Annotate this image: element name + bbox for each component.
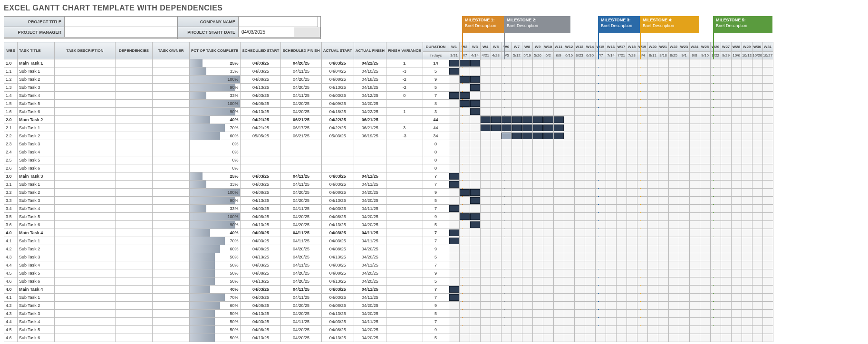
cell-as[interactable] xyxy=(321,156,354,164)
cell-var[interactable]: -2 xyxy=(386,76,423,84)
cell-var[interactable] xyxy=(386,334,423,342)
cell-title[interactable]: Main Task 1 xyxy=(18,59,55,67)
cell-dep[interactable] xyxy=(116,172,153,181)
cell-dep[interactable] xyxy=(116,277,153,286)
col-week[interactable]: W19 xyxy=(637,42,647,52)
cell-own[interactable] xyxy=(153,189,190,197)
task-row[interactable]: 4.4Sub Task 450%04/03/2504/11/2504/03/25… xyxy=(4,318,773,326)
cell-desc[interactable] xyxy=(55,197,116,205)
cell-own[interactable] xyxy=(153,318,190,326)
cell-wbs[interactable]: 1.2 xyxy=(4,76,18,84)
cell-as[interactable]: 04/08/25 xyxy=(321,269,354,277)
cell-sf[interactable]: 04/20/25 xyxy=(281,334,321,342)
cell-as[interactable]: 04/13/25 xyxy=(321,197,354,205)
cell-as[interactable]: 04/13/25 xyxy=(321,310,354,318)
cell-desc[interactable] xyxy=(55,229,116,237)
cell-title[interactable]: Sub Task 1 xyxy=(18,124,55,132)
col-week[interactable]: W2 xyxy=(459,42,470,52)
cell-own[interactable] xyxy=(153,294,190,302)
cell-own[interactable] xyxy=(153,310,190,318)
cell-as[interactable]: 04/22/25 xyxy=(321,124,354,132)
cell-pct[interactable]: 90% xyxy=(190,84,241,92)
cell-own[interactable] xyxy=(153,237,190,245)
cell-var[interactable] xyxy=(386,245,423,253)
cell-wbs[interactable]: 2.2 xyxy=(4,132,18,140)
cell-dep[interactable] xyxy=(116,213,153,221)
cell-dep[interactable] xyxy=(116,326,153,334)
cell-af[interactable]: 04/11/25 xyxy=(354,286,386,294)
cell-wbs[interactable]: 4.4 xyxy=(4,261,18,269)
cell-af[interactable]: 04/11/25 xyxy=(354,205,386,213)
cell-as[interactable]: 04/03/25 xyxy=(321,205,354,213)
cell-title[interactable]: Sub Task 5 xyxy=(18,100,55,108)
cell-own[interactable] xyxy=(153,326,190,334)
cell-pct[interactable]: 60% xyxy=(190,302,241,310)
cell-var[interactable] xyxy=(386,286,423,294)
col-pct[interactable]: PCT OF TASK COMPLETE xyxy=(190,42,241,59)
task-row[interactable]: 3.2Sub Task 2100%04/08/2504/20/2504/08/2… xyxy=(4,189,773,197)
cell-as[interactable]: 04/13/25 xyxy=(321,334,354,342)
cell-pct[interactable]: 50% xyxy=(190,277,241,286)
cell-wbs[interactable]: 1.5 xyxy=(4,100,18,108)
cell-dur[interactable]: 9 xyxy=(423,302,449,310)
cell-dur[interactable]: 8 xyxy=(423,100,449,108)
cell-desc[interactable] xyxy=(55,286,116,294)
cell-title[interactable]: Sub Task 4 xyxy=(18,205,55,213)
cell-desc[interactable] xyxy=(55,116,116,124)
cell-af[interactable]: 04/22/25 xyxy=(354,108,386,116)
cell-own[interactable] xyxy=(153,205,190,213)
cell-var[interactable] xyxy=(386,302,423,310)
cell-var[interactable] xyxy=(386,189,423,197)
col-week[interactable]: W16 xyxy=(606,42,616,52)
cell-dur[interactable]: 34 xyxy=(423,132,449,140)
cell-desc[interactable] xyxy=(55,326,116,334)
col-sf[interactable]: SCHEDULED FINISH xyxy=(281,42,321,59)
cell-ss[interactable]: 04/03/25 xyxy=(241,318,281,326)
cell-pct[interactable]: 33% xyxy=(190,181,241,189)
col-week[interactable]: W4 xyxy=(480,42,491,52)
cell-as[interactable]: 04/22/25 xyxy=(321,116,354,124)
cell-sf[interactable]: 04/20/25 xyxy=(281,269,321,277)
cell-var[interactable] xyxy=(386,326,423,334)
cell-title[interactable]: Sub Task 5 xyxy=(18,326,55,334)
cell-own[interactable] xyxy=(153,67,190,76)
cell-desc[interactable] xyxy=(55,164,116,172)
cell-as[interactable]: 04/08/25 xyxy=(321,245,354,253)
cell-var[interactable] xyxy=(386,148,423,156)
cell-wbs[interactable]: 3.2 xyxy=(4,189,18,197)
col-week[interactable]: W11 xyxy=(553,42,564,52)
cell-title[interactable]: Sub Task 1 xyxy=(18,237,55,245)
cell-dur[interactable]: 9 xyxy=(423,326,449,334)
cell-pct[interactable]: 100% xyxy=(190,189,241,197)
task-row[interactable]: 3.0Main Task 325%04/03/2504/11/2504/03/2… xyxy=(4,172,773,181)
cell-own[interactable] xyxy=(153,197,190,205)
cell-title[interactable]: Sub Task 6 xyxy=(18,164,55,172)
cell-as[interactable]: 04/18/25 xyxy=(321,108,354,116)
cell-wbs[interactable]: 3.6 xyxy=(4,221,18,229)
cell-desc[interactable] xyxy=(55,84,116,92)
col-ss[interactable]: SCHEDULED START xyxy=(241,42,281,59)
cell-desc[interactable] xyxy=(55,221,116,229)
cell-wbs[interactable]: 4.4 xyxy=(4,318,18,326)
cell-sf[interactable] xyxy=(281,140,321,148)
cell-desc[interactable] xyxy=(55,237,116,245)
cell-var[interactable] xyxy=(386,237,423,245)
cell-af[interactable]: 04/20/25 xyxy=(354,221,386,229)
cell-own[interactable] xyxy=(153,116,190,124)
cell-dep[interactable] xyxy=(116,294,153,302)
cell-as[interactable]: 04/08/25 xyxy=(321,213,354,221)
cell-as[interactable]: 04/03/25 xyxy=(321,318,354,326)
cell-title[interactable]: Sub Task 4 xyxy=(18,148,55,156)
cell-wbs[interactable]: 1.1 xyxy=(4,67,18,76)
cell-wbs[interactable]: 2.6 xyxy=(4,164,18,172)
task-row[interactable]: 2.3Sub Task 30%0 xyxy=(4,140,773,148)
cell-dep[interactable] xyxy=(116,76,153,84)
cell-dur[interactable]: 7 xyxy=(423,318,449,326)
cell-desc[interactable] xyxy=(55,124,116,132)
cell-own[interactable] xyxy=(153,148,190,156)
col-week[interactable]: W31 xyxy=(762,42,773,52)
cell-own[interactable] xyxy=(153,156,190,164)
col-week[interactable]: W9 xyxy=(532,42,543,52)
cell-ss[interactable]: 04/08/25 xyxy=(241,213,281,221)
cell-wbs[interactable]: 2.1 xyxy=(4,124,18,132)
